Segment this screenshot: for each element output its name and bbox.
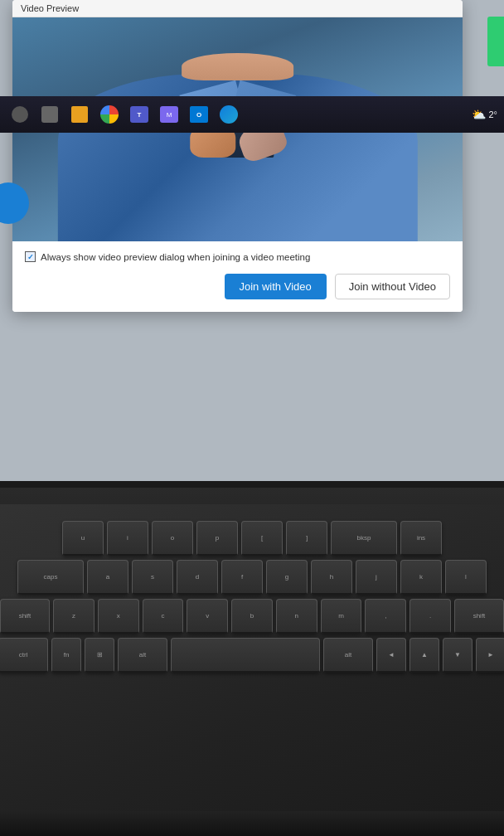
checkbox-row: Always show video preview dialog when jo… (25, 251, 450, 262)
key-arrow-right[interactable]: ► (476, 638, 504, 673)
taskbar: T M O ⛅ 2° (0, 96, 504, 133)
key-bracket-open[interactable]: [ (241, 521, 283, 556)
key-win[interactable]: ⊞ (85, 638, 114, 673)
key-k[interactable]: k (400, 560, 442, 595)
taskbar-right: ⛅ 2° (472, 108, 497, 121)
key-comma[interactable]: , (365, 599, 406, 634)
key-fn[interactable]: fn (51, 638, 81, 673)
keyboard-row-1: u i o p [ ] bksp ins (0, 521, 504, 556)
key-z[interactable]: z (53, 599, 94, 634)
key-alt-right[interactable]: alt (323, 638, 373, 673)
edge-icon (220, 105, 238, 124)
outlook-icon: O (190, 106, 208, 123)
key-arrow-up[interactable]: ▲ (410, 638, 439, 673)
keyboard-row-3: shift z x c v b n m , . shift (0, 599, 504, 634)
key-space[interactable] (171, 638, 320, 673)
keyboard-row-4: ctrl fn ⊞ alt alt ◄ ▲ ▼ ► (0, 638, 504, 673)
key-shift-right[interactable]: shift (454, 599, 504, 634)
taskbar-edge-button[interactable] (216, 101, 242, 128)
key-v[interactable]: v (187, 599, 228, 634)
key-alt[interactable]: alt (118, 638, 167, 673)
dialog-bottom: Always show video preview dialog when jo… (12, 241, 463, 312)
key-shift-left[interactable]: shift (0, 599, 50, 634)
key-a[interactable]: a (87, 560, 128, 595)
laptop-bottom-bezel (0, 811, 504, 836)
taskbar-teams2-button[interactable]: M (156, 101, 182, 128)
key-s[interactable]: s (132, 560, 173, 595)
files-icon (71, 106, 88, 123)
key-l[interactable]: l (445, 560, 487, 595)
key-g[interactable]: g (266, 560, 308, 595)
checkbox-label: Always show video preview dialog when jo… (41, 252, 310, 262)
person-neck (182, 53, 294, 80)
weather-temp: 2° (488, 109, 497, 119)
keyboard-area: u i o p [ ] bksp ins caps a s d f g h j … (0, 488, 504, 836)
weather-icon: ⛅ (472, 108, 486, 121)
key-i[interactable]: i (107, 521, 148, 556)
taskbar-teams-button[interactable]: T (126, 101, 153, 128)
chrome-icon (100, 105, 119, 124)
key-u[interactable]: u (62, 521, 104, 556)
dialog-title: Video Preview (21, 3, 79, 13)
key-o[interactable]: o (152, 521, 193, 556)
search-icon (41, 106, 58, 123)
taskbar-search-button[interactable] (36, 101, 63, 128)
key-backspace[interactable]: bksp (331, 521, 397, 556)
key-n[interactable]: n (276, 599, 317, 634)
taskbar-start-button[interactable] (7, 101, 33, 128)
video-preview-dialog: Video Preview Always show video preview … (12, 0, 463, 312)
key-arrow-left[interactable]: ◄ (376, 638, 406, 673)
key-h[interactable]: h (311, 560, 352, 595)
key-arrow-down[interactable]: ▼ (443, 638, 472, 673)
taskbar-files-button[interactable] (66, 101, 93, 128)
key-x[interactable]: x (98, 599, 139, 634)
start-icon (12, 106, 28, 123)
key-m[interactable]: m (321, 599, 362, 634)
key-p[interactable]: p (196, 521, 238, 556)
taskbar-outlook-button[interactable]: O (186, 101, 212, 128)
key-ctrl-left[interactable]: ctrl (0, 638, 48, 673)
teams2-icon: M (160, 106, 178, 123)
taskbar-chrome-button[interactable] (96, 101, 123, 128)
key-bracket-close[interactable]: ] (286, 521, 327, 556)
key-c[interactable]: c (143, 599, 184, 634)
key-f[interactable]: f (221, 560, 263, 595)
key-j[interactable]: j (356, 560, 397, 595)
button-row: Join with Video Join without Video (25, 274, 450, 299)
key-ins[interactable]: ins (400, 521, 442, 556)
keyboard-row-2: caps a s d f g h j k l (0, 560, 504, 595)
teams-icon: T (130, 106, 148, 123)
key-d[interactable]: d (177, 560, 218, 595)
weather-widget[interactable]: ⛅ 2° (472, 108, 497, 121)
key-caps[interactable]: caps (17, 560, 84, 595)
always-show-checkbox[interactable] (25, 251, 36, 262)
join-without-video-button[interactable]: Join without Video (335, 274, 450, 299)
key-b[interactable]: b (231, 599, 273, 634)
green-tab[interactable] (487, 17, 504, 66)
join-with-video-button[interactable]: Join with Video (225, 274, 327, 299)
keyboard-surface: u i o p [ ] bksp ins caps a s d f g h j … (0, 504, 504, 836)
dialog-titlebar: Video Preview (12, 0, 463, 17)
screen-content: Video Preview Always show video preview … (0, 0, 504, 481)
key-period[interactable]: . (410, 599, 451, 634)
